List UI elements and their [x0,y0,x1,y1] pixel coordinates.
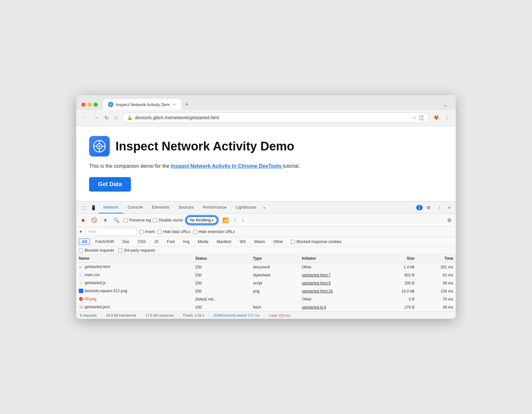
devtools-link[interactable]: Inspect Network Activity In Chrome DevTo… [171,163,283,169]
type-ws[interactable]: WS [236,239,249,245]
device-toolbar-icon[interactable]: 📱 [88,203,99,213]
third-party-label[interactable]: 3rd-party requests [118,248,155,253]
network-table-wrap: Name Status Type Initiator Size Time ≡ g… [76,254,456,311]
cell-name-text[interactable]: main.css [85,273,100,277]
invert-label[interactable]: Invert [139,230,155,234]
back-button[interactable]: ← [81,113,89,122]
table-row[interactable]: ✕ 48.png (failed) net... Other 0 B 70 ms [76,295,456,303]
hide-data-label[interactable]: Hide data URLs [157,230,190,234]
type-js[interactable]: JS [151,239,162,245]
clear-button[interactable]: 🚫 [89,216,99,224]
tab-sources[interactable]: Sources [174,202,198,213]
blocked-cookies-checkbox[interactable] [291,240,295,244]
table-row[interactable]: {} getstarted.js 200 script getstarted.h… [76,279,456,287]
hide-data-checkbox[interactable] [157,230,161,234]
tab-performance[interactable]: Performance [198,202,231,213]
cell-initiator[interactable]: getstarted.html:9 [299,279,377,287]
devtools-settings-icon[interactable]: ⚙ [424,203,433,213]
throttle-selector[interactable]: No throttling ▾ [185,215,219,225]
type-other[interactable]: Other [270,239,286,245]
col-status[interactable]: Status [193,254,251,263]
cell-name[interactable]: ≡ getstarted.html [76,263,193,271]
blocked-requests-checkbox[interactable] [79,248,83,253]
download-icon[interactable]: ↓ [240,216,246,224]
inspect-element-icon[interactable]: ⬚ [79,203,88,213]
preserve-log-label[interactable]: Preserve log [124,218,151,222]
home-button[interactable]: ⌂ [113,113,119,122]
tab-menu-button[interactable]: ⌄ [440,100,451,109]
devtools-more-icon[interactable]: ⋮ [435,203,444,213]
type-doc[interactable]: Doc [119,239,133,245]
type-css[interactable]: CSS [134,239,149,245]
col-initiator[interactable]: Initiator [299,254,377,263]
bookmark-icon[interactable]: ☆ [412,115,417,120]
type-img[interactable]: Img [180,239,193,245]
active-tab[interactable]: Inspect Network Activity Dem × [103,99,181,110]
third-party-checkbox[interactable] [118,248,122,253]
disable-cache-label[interactable]: Disable cache [153,218,183,222]
col-time[interactable]: Time [417,254,456,263]
tab-network[interactable]: Network [99,202,123,213]
new-tab-button[interactable]: + [182,100,191,109]
type-media[interactable]: Media [195,239,212,245]
cell-name[interactable]: {} getstarted.js [76,279,193,287]
type-manifest[interactable]: Manifest [214,239,234,245]
refresh-button[interactable]: ↻ [103,113,110,122]
cell-name[interactable]: {} getstarted.json [76,303,193,311]
cell-name-text[interactable]: getstarted.json [85,305,110,309]
tab-console[interactable]: Console [123,202,148,213]
console-badge[interactable]: 1 [416,205,423,210]
cell-initiator[interactable]: getstarted.js:4 [299,303,377,311]
cell-initiator[interactable]: getstarted.html:16 [299,287,377,295]
cell-name[interactable]: devtools-square-512.png [76,287,193,295]
preserve-log-checkbox[interactable] [124,218,128,222]
devtools-close-icon[interactable]: × [445,203,453,213]
type-font[interactable]: Font [164,239,178,245]
cell-name-text[interactable]: getstarted.html [85,265,110,269]
tab-lighthouse[interactable]: Lighthouse [231,202,261,213]
network-settings-icon[interactable]: ⚙ [445,216,453,224]
url-bar[interactable]: 🔒 devtools.glitch.me/network/getstarted.… [122,113,429,123]
blocked-cookies-label[interactable]: Blocked response cookies [291,239,341,244]
table-row[interactable]: {} getstarted.json 200 fetch getstarted.… [76,303,456,311]
table-row[interactable]: ≡ getstarted.html 200 document Other 1.4… [76,263,456,271]
blocked-requests-label[interactable]: Blocked requests [79,248,114,253]
minimize-traffic-light[interactable] [87,103,92,107]
cell-name-text[interactable]: getstarted.js [85,281,105,285]
cell-status: 200 [193,271,251,279]
record-button[interactable]: ⏺ [79,216,87,224]
fullscreen-traffic-light[interactable] [94,103,98,107]
disable-cache-checkbox[interactable] [153,218,157,222]
col-name[interactable]: Name [76,254,193,263]
tab-elements[interactable]: Elements [147,202,174,213]
filter-input-wrap[interactable]: Filter [85,228,137,235]
search-button[interactable]: 🔍 [112,216,122,224]
col-size[interactable]: Size [378,254,417,263]
type-fetch-xhr[interactable]: Fetch/XHR [92,239,117,245]
hide-ext-label[interactable]: Hide extension URLs [193,230,235,234]
type-all[interactable]: All [79,239,90,245]
tab-close-button[interactable]: × [172,102,176,107]
cell-initiator[interactable]: getstarted.html:7 [299,271,377,279]
cell-name[interactable]: ✕ 48.png [76,295,193,303]
more-tabs-button[interactable]: » [261,202,268,213]
col-type[interactable]: Type [250,254,299,263]
upload-icon[interactable]: ↑ [232,216,238,224]
cell-name[interactable]: ✎ main.css [76,271,193,279]
table-row[interactable]: ✎ main.css 200 stylesheet getstarted.htm… [76,271,456,279]
type-wasm[interactable]: Wasm [251,239,269,245]
hide-ext-checkbox[interactable] [193,230,197,234]
offline-icon[interactable]: 📶 [221,216,230,224]
invert-checkbox[interactable] [139,230,143,234]
profile-icon[interactable]: 🦊 [432,113,441,122]
close-traffic-light[interactable] [81,103,86,107]
table-row[interactable]: devtools-square-512.png 200 png getstart… [76,287,456,295]
cell-name-text[interactable]: devtools-square-512.png [85,289,127,293]
filter-toggle-button[interactable]: ▼ [101,216,110,224]
svg-point-4 [98,145,100,147]
forward-button[interactable]: → [92,113,100,122]
get-data-button[interactable]: Get Data [89,177,131,192]
extension-icon[interactable]: 📋 [418,115,424,120]
throttle-dropdown[interactable]: No throttling ▾ [186,216,218,224]
more-icon[interactable]: ⋮ [443,113,451,122]
